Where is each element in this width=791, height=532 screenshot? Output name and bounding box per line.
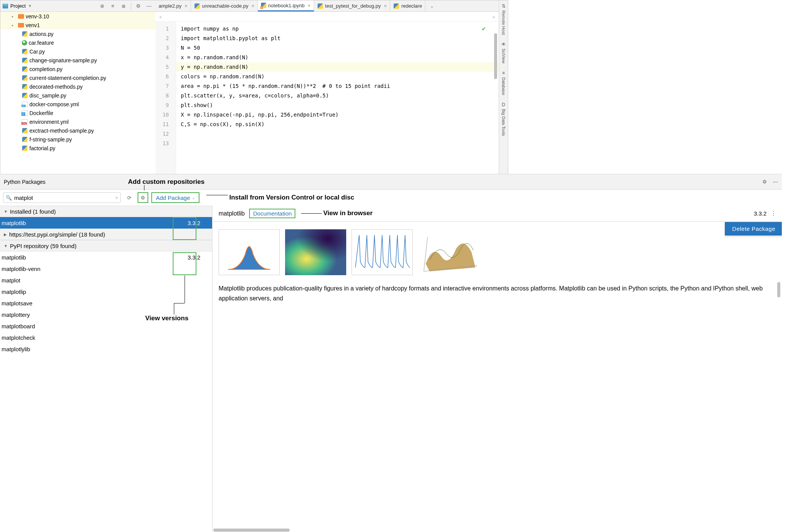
tree-file[interactable]: Car.py: [0, 47, 156, 56]
package-row[interactable]: matplotlib-venn: [0, 263, 212, 274]
folder-icon: [18, 14, 24, 19]
feat-icon: [22, 40, 27, 45]
package-section-header[interactable]: ▼Installed (1 found): [0, 206, 212, 217]
tree-file[interactable]: change-signature-sample.py: [0, 56, 156, 65]
package-row[interactable]: matplotcheck: [0, 332, 212, 341]
tree-file[interactable]: Dockerfile: [0, 109, 156, 117]
chevron-down-icon: ⌄: [192, 196, 195, 200]
breadcrumb-bar: » »: [156, 12, 499, 22]
package-row[interactable]: matplotlib3.3.2: [0, 251, 212, 263]
thumb-spikes: [352, 229, 413, 275]
package-row[interactable]: matplotlip: [0, 286, 212, 297]
thumb-heatmap: [285, 229, 346, 275]
editor-tab[interactable]: test_pytest_for_debug.py×: [314, 0, 391, 11]
add-package-button[interactable]: Add Package ⌄: [151, 192, 199, 203]
tree-folder[interactable]: ▸venv1: [0, 21, 156, 29]
collapse-all-icon[interactable]: ≣: [119, 2, 128, 10]
editor-tab[interactable]: ample2.py×: [156, 0, 191, 11]
package-detail: matplotlib Documentation View in browser…: [212, 206, 508, 341]
expand-arrow-icon: ▼: [4, 244, 8, 248]
tree-file[interactable]: completion.py: [0, 65, 156, 73]
expand-arrow-icon: ▶: [4, 232, 7, 237]
notebook-file-icon: [261, 3, 266, 8]
svg-rect-1: [285, 229, 346, 275]
yml-icon: [22, 119, 28, 125]
tree-file[interactable]: disc_sample.py: [0, 91, 156, 100]
tree-file[interactable]: exctract-method-sample.py: [0, 126, 156, 135]
tree-file[interactable]: actions.py: [0, 29, 156, 38]
tree-file[interactable]: decorated-methods.py: [0, 82, 156, 91]
py-icon: [22, 66, 28, 72]
repo-settings-button[interactable]: ⚙: [138, 192, 148, 203]
expand-arrow-icon[interactable]: ▸: [12, 23, 16, 27]
docker-icon: [22, 110, 28, 116]
refresh-icon[interactable]: ⟳: [124, 192, 135, 203]
py-icon: [22, 57, 28, 63]
clear-search-icon[interactable]: ×: [115, 195, 118, 201]
editor-tab[interactable]: unreachable-code.py×: [191, 0, 258, 11]
package-name: matplotlib: [219, 210, 245, 217]
tree-file[interactable]: f-string-sample.py: [0, 135, 156, 144]
py-icon: [22, 145, 28, 151]
python-file-icon: [194, 3, 200, 9]
breadcrumb-toggle[interactable]: »: [159, 15, 162, 19]
package-section-header[interactable]: ▼PyPI repository (59 found): [0, 240, 212, 251]
py-icon: [22, 84, 28, 90]
settings-icon[interactable]: ⚙: [134, 2, 143, 10]
py-icon: [22, 92, 28, 99]
tool-icon: ≡: [502, 70, 505, 76]
hide-icon[interactable]: —: [145, 2, 153, 10]
thumb-histogram: [219, 229, 280, 275]
editor-scrollbar[interactable]: [494, 33, 497, 79]
tool-window-tab[interactable]: 👁SciView: [501, 42, 506, 63]
packages-header: Python Packages Add custom repositories …: [0, 174, 508, 190]
package-detail-header: matplotlib Documentation View in browser…: [212, 206, 508, 222]
annotation-browser: View in browser: [323, 209, 373, 217]
tree-file[interactable]: factorial.py: [0, 144, 156, 152]
project-dropdown-icon[interactable]: ▼: [28, 4, 32, 8]
expand-arrow-icon[interactable]: ▸: [12, 15, 16, 18]
documentation-link[interactable]: Documentation: [249, 209, 295, 218]
project-header: Project ▼ ⊕ ≡ ≣ ⚙ —: [0, 0, 156, 12]
search-icon: 🔍: [6, 195, 12, 201]
locate-icon[interactable]: ⊕: [98, 2, 106, 10]
tool-icon: 👁: [501, 42, 506, 47]
python-file-icon: [393, 3, 399, 9]
editor-tab[interactable]: redeclare: [390, 0, 425, 11]
expand-arrow-icon: ▼: [4, 209, 8, 214]
py-icon: [22, 136, 28, 143]
editor-tab[interactable]: notebook1.ipynb×: [258, 0, 314, 11]
python-file-icon: [317, 3, 323, 9]
thumb-surface: [418, 229, 479, 275]
project-label[interactable]: Project: [10, 3, 26, 9]
close-tab-icon[interactable]: ×: [306, 3, 311, 8]
py-icon: [22, 75, 28, 81]
tree-folder[interactable]: ▸venv-3.10: [0, 12, 156, 21]
project-icon: [3, 4, 8, 8]
package-search-box[interactable]: 🔍 ×: [3, 192, 121, 203]
tool-window-tab[interactable]: ≡Database: [501, 70, 506, 95]
dcomp-icon: [22, 102, 28, 107]
package-section-header[interactable]: ▶https://test.pypi.org/simple/ (18 found…: [0, 229, 212, 240]
chevron-down-icon: ⌄: [428, 3, 436, 9]
package-row[interactable]: matplotlib3.3.2: [0, 217, 212, 229]
close-tab-icon[interactable]: ×: [383, 3, 387, 9]
annotation-versions: View versions: [145, 315, 188, 322]
annotation-repos: Add custom repositories: [128, 178, 204, 186]
tool-window-tab[interactable]: DBig Data Tools: [501, 102, 506, 136]
expand-all-icon[interactable]: ≡: [109, 2, 117, 10]
tree-file[interactable]: car.feature: [0, 38, 156, 47]
py-icon: [22, 128, 28, 134]
tool-window-tab[interactable]: ⇅Remote Host: [501, 3, 506, 35]
breadcrumb-toggle-right[interactable]: »: [493, 15, 495, 19]
tree-file[interactable]: current-statement-completion.py: [0, 73, 156, 82]
more-tabs[interactable]: ⌄: [425, 0, 439, 11]
close-tab-icon[interactable]: ×: [183, 3, 188, 9]
tree-file[interactable]: environment.yml: [0, 117, 156, 126]
package-row[interactable]: matplot: [0, 274, 212, 286]
tree-file[interactable]: docker-compose.yml: [0, 100, 156, 109]
package-search-input[interactable]: [14, 195, 113, 201]
annotation-install: Install from Version Control or local di…: [229, 194, 354, 201]
close-tab-icon[interactable]: ×: [250, 3, 254, 9]
py-icon: [22, 31, 28, 37]
